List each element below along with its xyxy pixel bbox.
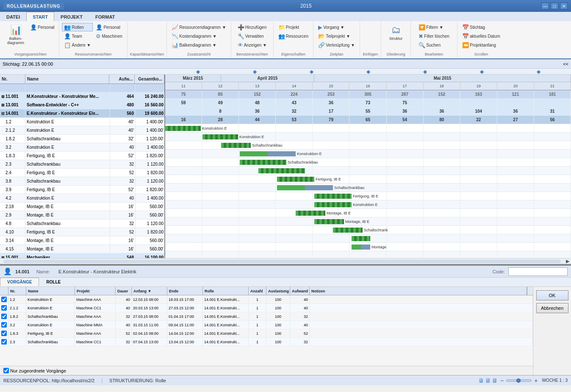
gantt-bar-green: [314, 202, 352, 207]
scroll-right-arrow[interactable]: ▶: [564, 259, 571, 264]
btn-filter-loeschen[interactable]: ✖ Filter löschen: [416, 32, 451, 40]
nav-left[interactable]: <<: [563, 61, 568, 67]
expand-icon[interactable]: ⊞: [1, 95, 5, 99]
detail-row: 3.2 Konstruktion E Maschine MMA 40 31.03…: [0, 321, 533, 329]
btn-filter-loeschen-label: Filter löschen: [424, 34, 449, 39]
only-assigned-checkbox[interactable]: [3, 368, 9, 373]
table-row: ⊞11.001 M.Konstrukteur - Konstrukteur Me…: [0, 92, 164, 101]
tab-start[interactable]: START: [26, 12, 54, 21]
gantt-bar-container: Montage, IB E: [296, 210, 351, 216]
btn-kostendiagramm[interactable]: 📉 Kostendiagramm ▼: [169, 32, 228, 40]
app-title: 2015: [71, 3, 541, 9]
btn-filtern[interactable]: 🔽 Filtern ▼: [416, 23, 451, 31]
gantt-group-cell: 44: [239, 116, 276, 124]
cancel-button[interactable]: Abbrechen: [536, 303, 568, 313]
btn-balkendiagramm2[interactable]: 📊 Balkendiagramm ▼: [169, 41, 228, 49]
btn-aktuelles-datum[interactable]: 📅 aktuelles Datum: [460, 32, 502, 40]
gantt-bar-mixed: [277, 185, 333, 190]
page-icon2[interactable]: 🖥: [485, 377, 491, 384]
tab-datei[interactable]: DATEI: [0, 12, 26, 21]
row-checkbox[interactable]: [1, 339, 7, 345]
btn-ressourcendiagramm[interactable]: 📈 Ressourcendiagramm ▼: [169, 23, 228, 31]
zoom-controls: 🖥 🖥 🖥 − + WOCHE 1 : 3: [478, 377, 568, 384]
maximize-button[interactable]: □: [551, 3, 558, 9]
detail-name-value: E.Konstrukteur - Konstrukteur Elektrik: [58, 269, 136, 274]
gantt-row: 59494843367375: [165, 99, 571, 107]
bearbeiten-label: Bearbeiten: [425, 51, 443, 56]
verwalten-icon: 🔧: [238, 33, 244, 39]
gantt-bar-mixed: [240, 151, 296, 156]
btn-hinzufuegen[interactable]: ➕ Hinzufügen: [236, 23, 269, 31]
zoom-slider[interactable]: [506, 379, 532, 382]
zoom-plus[interactable]: +: [533, 377, 538, 384]
btn-rollen[interactable]: 👥 Rollen: [62, 23, 93, 31]
aktuelles-datum-icon: 📅: [462, 33, 469, 39]
btn-teilprojekt[interactable]: 📂 Teilprojekt ▼: [316, 32, 357, 40]
btn-personal[interactable]: 👤 Personal: [28, 23, 56, 31]
expand-icon[interactable]: ⊞: [1, 103, 5, 107]
detail-footer: Nur zugeordnete Vorgänge: [0, 366, 533, 375]
tab-rolle[interactable]: ROLLE: [39, 278, 68, 286]
teilprojekt-icon: 📂: [318, 33, 325, 39]
benutzeransichten-label: Benutzeransichten: [236, 51, 268, 56]
diamond1: ◆: [196, 69, 200, 75]
ribbon-group-eigenschaften: 📁 Projekt 👥 Ressourcen Eigenschaften: [274, 22, 313, 57]
zoom-minus[interactable]: −: [499, 377, 504, 384]
tab-projekt[interactable]: PROJEKT: [54, 12, 89, 21]
einfuegen-label: Einfügen: [363, 51, 378, 56]
row-checkbox[interactable]: [1, 305, 7, 311]
row-checkbox[interactable]: [1, 322, 7, 328]
btn-struktur[interactable]: 🗂 Struktur: [386, 23, 406, 42]
btn-aktuelles-datum-label: aktuelles Datum: [470, 34, 500, 39]
gantt-value-cell: 224: [276, 90, 313, 98]
btn-filtern-label: Filtern ▼: [426, 25, 443, 30]
day-cell: 19: [460, 82, 497, 90]
gantt-group-cell: 27: [497, 116, 534, 124]
btn-verwalten[interactable]: 🔧 Verwalten: [236, 32, 269, 40]
month-row: März 2015 April 2015 Mai 2015: [165, 75, 571, 82]
gantt-group-cell: 36: [424, 107, 460, 115]
gantt-bar-green: [296, 211, 325, 216]
btn-team[interactable]: 👤 Team: [62, 32, 93, 40]
ribbon-group-bearbeiten: 🔽 Filtern ▼ ✖ Filter löschen 🔍 Suchen Be…: [411, 22, 457, 57]
detail-row: 2.1.2 Konstruktion E Maschine CC1 40 20.…: [0, 304, 533, 312]
ribbon-btns-ressourcen: 👥 Rollen 👤 Team 📋 Andere ▼ 👤: [62, 23, 124, 51]
ribbon-group-scrollen: 📅 Stichtag 📅 aktuelles Datum ⏪ Projektan…: [457, 22, 505, 57]
bearbeiten-col: 🔽 Filtern ▼ ✖ Filter löschen 🔍 Suchen: [416, 23, 451, 49]
table-row: 2.9 Montage, IB E 16' 560.00': [0, 211, 164, 220]
btn-projektanfang[interactable]: ⏪ Projektanfang: [460, 41, 502, 49]
btn-balkendiagramm[interactable]: 📊 Balken-diagramm: [4, 23, 27, 47]
btn-anzeigen[interactable]: 👁 Anzeigen ▼: [236, 41, 269, 49]
btn-ressourcen[interactable]: 👥 Ressourcen: [276, 32, 310, 40]
page-icon1[interactable]: 🖥: [478, 377, 484, 384]
tab-vorgaenge[interactable]: VORGÄNGE: [0, 278, 39, 286]
zeitplan-label: Zeitplan: [330, 51, 344, 56]
minimize-button[interactable]: —: [541, 3, 549, 9]
detail-code-input[interactable]: [508, 267, 568, 276]
btn-maschinen[interactable]: ⚙ Maschinen: [94, 32, 124, 40]
btn-stichtag[interactable]: 📅 Stichtag: [460, 23, 502, 31]
gantt-scroll[interactable]: ▶: [0, 258, 571, 264]
expand-icon[interactable]: ⊟: [1, 111, 5, 116]
gantt-group-cell: 73: [349, 99, 386, 107]
btn-suchen[interactable]: 🔍 Suchen: [416, 41, 451, 49]
row-checkbox[interactable]: [1, 314, 7, 319]
page-icon3[interactable]: 🖥: [492, 377, 498, 384]
btn-maschinen-label: Maschinen: [102, 34, 122, 39]
btn-personal2[interactable]: 👤 Personal: [94, 23, 124, 31]
diamond6: ◆: [480, 69, 484, 75]
status-bar: RESSOURCENPOOL: http://localhost/ris2/2 …: [0, 375, 571, 385]
row-checkbox[interactable]: [1, 297, 7, 302]
table-row: ⊞15.001 Mechaniker 548 16 100.00: [0, 253, 164, 258]
tab-format[interactable]: FORMAT: [89, 12, 121, 21]
detail-rows: 1.2 Konstruktion E Maschine AAA 40 12.03…: [0, 295, 533, 366]
btn-andere[interactable]: 📋 Andere ▼: [62, 41, 93, 49]
rollen-icon: 👥: [64, 24, 71, 31]
btn-vorgang[interactable]: ▶ Vorgang ▼: [316, 23, 357, 31]
row-checkbox[interactable]: [1, 331, 7, 336]
ok-button[interactable]: OK: [536, 290, 568, 300]
btn-verknuepfung[interactable]: 🔗 Verknüpfung ▼: [316, 41, 357, 49]
gantt-bar-green: [202, 134, 238, 139]
close-button[interactable]: ✕: [560, 3, 568, 9]
btn-projekt[interactable]: 📁 Projekt: [276, 23, 310, 31]
